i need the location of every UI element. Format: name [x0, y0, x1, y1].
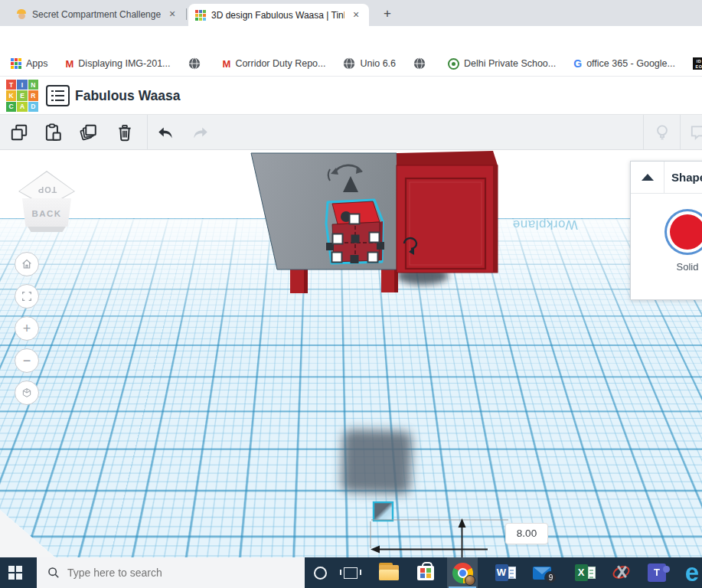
bookmark-label: Apps: [26, 58, 48, 69]
feedback-button[interactable]: [686, 120, 702, 145]
cortana-icon: [314, 567, 327, 580]
globe-icon: [188, 57, 201, 70]
zoom-in-button[interactable]: +: [15, 316, 39, 341]
duplicate-button[interactable]: [75, 120, 101, 145]
fit-view-button[interactable]: [15, 284, 39, 309]
cortana-button[interactable]: [305, 557, 335, 588]
construction-worker-favicon: [16, 9, 27, 20]
taskbar-search-input[interactable]: [67, 567, 259, 579]
3d-viewport[interactable]: Workplane: [0, 150, 702, 557]
lightbulb-icon: [652, 122, 672, 142]
chrome-profile-avatar: [465, 575, 475, 586]
perspective-toggle-button[interactable]: [15, 381, 39, 405]
shape-drop-shadow: [341, 429, 413, 494]
chrome-icon: [452, 563, 473, 583]
globe-icon: [413, 57, 426, 70]
design-title[interactable]: Fabulous Waasa: [75, 77, 180, 115]
mail-button[interactable]: 9: [527, 557, 557, 588]
ideo-icon: IDEO: [693, 57, 702, 70]
snipping-tool-button[interactable]: [606, 557, 637, 588]
bookmark-label: Unio 6.6: [360, 58, 396, 69]
solid-material-label[interactable]: Solid: [631, 261, 702, 273]
view-cube-back-face[interactable]: BACK: [22, 198, 71, 227]
minus-icon: −: [23, 354, 31, 368]
excel-button[interactable]: X: [570, 557, 600, 588]
gmail-icon: M: [223, 58, 231, 70]
design-menu-button[interactable]: [46, 85, 70, 106]
home-view-button[interactable]: [15, 252, 39, 276]
paste-button[interactable]: [40, 120, 66, 145]
bookmark-label: Displaying IMG-201...: [78, 58, 170, 69]
shape-panel-header: Shape: [631, 162, 702, 194]
tab-separator: [186, 8, 187, 20]
triangle-up-icon: [642, 174, 654, 181]
tab-close-icon[interactable]: ×: [350, 9, 362, 21]
tinkercad-logo[interactable]: TINKERCAD: [6, 80, 38, 112]
word-button[interactable]: W: [490, 557, 521, 588]
cabinet-legs: [290, 270, 398, 293]
word-icon: W: [495, 564, 516, 582]
perspective-cube-icon: [21, 387, 33, 399]
collapse-panel-button[interactable]: [631, 162, 664, 193]
cabinet-body[interactable]: [397, 151, 498, 273]
file-explorer-button[interactable]: [374, 557, 404, 588]
tab-secret-compartment[interactable]: Secret Compartment Challenge - ×: [9, 4, 185, 25]
bookmark-label: Corridor Duty Repo...: [235, 58, 325, 69]
shape-footprint[interactable]: [374, 502, 393, 521]
shape-panel-title: Shape: [664, 171, 702, 184]
screenshot-root: { "browser": { "tab_bar": { "tabs": [ { …: [0, 0, 702, 588]
view-cube[interactable]: TOP BACK: [17, 167, 77, 234]
bookmark-globe-1[interactable]: [188, 57, 205, 70]
toolbar-divider: [680, 115, 681, 149]
mail-icon: 9: [533, 567, 551, 580]
copy-button[interactable]: [6, 120, 32, 145]
bookmark-apps[interactable]: Apps: [11, 58, 48, 69]
bookmark-displaying-img[interactable]: M Displaying IMG-201...: [66, 58, 171, 70]
start-button[interactable]: [0, 557, 31, 588]
toolbar-divider: [643, 115, 644, 149]
task-view-button[interactable]: [335, 557, 366, 588]
mail-unread-badge: 9: [544, 571, 557, 584]
bookmark-office365[interactable]: G office 365 - Google...: [573, 57, 675, 70]
bookmark-delhi-school[interactable]: Delhi Private Schoo...: [448, 58, 556, 70]
google-g-icon: G: [573, 57, 582, 70]
bookmark-globe-2[interactable]: [413, 57, 430, 70]
redo-button[interactable]: [187, 120, 213, 145]
tab-tinkercad-design[interactable]: 3D design Fabulous Waasa | Tink ×: [188, 4, 369, 26]
dimension-value-field[interactable]: 8.00: [506, 524, 547, 544]
edge-icon: e: [685, 558, 699, 587]
bookmark-label: office 365 - Google...: [586, 58, 675, 69]
zoom-out-button[interactable]: −: [15, 348, 39, 373]
tab-close-icon[interactable]: ×: [166, 8, 178, 21]
gmail-icon: M: [66, 58, 74, 70]
home-view-icon: [21, 258, 33, 270]
copy-icon: [9, 122, 29, 142]
tips-button[interactable]: [649, 120, 675, 145]
view-cube-base: [26, 227, 67, 232]
teams-icon: T: [648, 564, 666, 582]
tinkercad-header: TINKERCAD Fabulous Waasa: [0, 77, 702, 115]
teams-button[interactable]: T: [642, 557, 672, 588]
taskbar-search-box[interactable]: [37, 557, 305, 588]
selected-shape[interactable]: [326, 200, 384, 263]
bookmark-corridor-duty[interactable]: M Corridor Duty Repo...: [223, 58, 326, 70]
snipping-tool-icon: [611, 563, 632, 583]
bookmark-ideo[interactable]: IDEO IDEO is a: [693, 57, 702, 70]
browser-tab-bar: Secret Compartment Challenge - × 3D desi…: [0, 0, 702, 26]
new-tab-button[interactable]: +: [378, 6, 397, 21]
edge-button[interactable]: e: [677, 557, 702, 588]
tab-title: Secret Compartment Challenge -: [32, 9, 161, 20]
delete-button[interactable]: [112, 120, 138, 145]
microsoft-store-button[interactable]: [410, 557, 441, 588]
windows-taskbar: W 9 X T e: [0, 557, 702, 588]
globe-icon: [343, 57, 355, 70]
bookmarks-bar: Apps M Displaying IMG-201... M Corridor …: [0, 51, 702, 77]
paste-icon: [43, 122, 63, 142]
undo-button[interactable]: [153, 120, 179, 145]
plus-icon: +: [23, 322, 31, 335]
chrome-button-active[interactable]: [447, 557, 478, 588]
bookmark-unio[interactable]: Unio 6.6: [343, 57, 396, 70]
shape-color-swatch[interactable]: [670, 214, 702, 250]
view-cube-top-label: TOP: [20, 185, 74, 194]
browser-nav-row: tinkercad.com/things/dhVfiX276EJ/edit: [0, 26, 702, 51]
